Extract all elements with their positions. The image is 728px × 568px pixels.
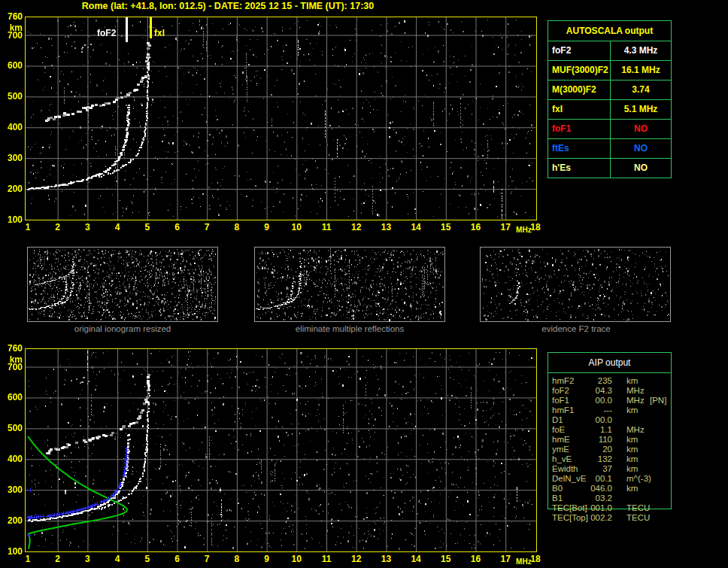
aip-value: 235 [572, 376, 612, 386]
aip-value: 37 [572, 464, 612, 474]
panel-caption-original: original ionogram resized [27, 324, 218, 333]
param-value: NO [611, 120, 671, 138]
autoscala-row-foF2: foF24.3 MHz [548, 41, 671, 61]
x-tick-label: 6 [166, 222, 189, 232]
x-tick-label: 5 [136, 554, 159, 564]
aip-row-Ewidth: Ewidth37km [548, 464, 720, 474]
y-tick-label: 700 [2, 363, 23, 372]
aip-unit: MHz [626, 386, 645, 396]
x-tick-label: 4 [106, 554, 129, 564]
x-tick-label: 11 [315, 222, 338, 232]
aip-param: foF1 [552, 396, 569, 405]
y-tick-label: 760 [2, 344, 23, 354]
x-tick-label: 3 [76, 554, 99, 564]
x-axis-unit: MHz [516, 226, 532, 234]
aip-param: foE [552, 425, 565, 435]
aip-unit: km [626, 435, 638, 445]
aip-value: 04.3 [572, 386, 612, 396]
fxi-marker-label: fxI [154, 28, 165, 38]
aip-value: 00.0 [572, 415, 612, 425]
aip-param: ymE [552, 445, 569, 454]
x-tick-label: 10 [285, 554, 308, 564]
y-tick-label: 400 [2, 454, 23, 464]
aip-row-foF2: foF204.3MHz [548, 386, 720, 396]
y-tick-label: 700 [2, 31, 23, 41]
param-label: MUF(3000)F2 [548, 61, 611, 80]
x-tick-label: 16 [465, 222, 487, 232]
autoscala-row-fxI: fxI5.1 MHz [548, 100, 671, 120]
x-tick-label: 5 [136, 222, 159, 232]
aip-value: 110 [572, 435, 612, 445]
autoscala-output-table: AUTOSCALA output foF24.3 MHzMUF(3000)F21… [548, 20, 672, 178]
aip-row-hmF1: hmF1---km [548, 405, 720, 415]
aip-output-rows: hmF2235kmfoF204.3MHzfoF100.0MHz[PN]hmF1-… [548, 376, 720, 523]
aip-value: 1.1 [572, 425, 612, 435]
aip-row-D1: D100.0 [548, 415, 720, 425]
aip-value: 046.0 [572, 484, 612, 494]
param-label: foF1 [548, 120, 611, 138]
x-tick-label: 1 [17, 554, 39, 564]
param-value: NO [611, 139, 671, 158]
fof2-marker-label: foF2 [97, 28, 116, 38]
aip-value: 03.2 [572, 494, 612, 503]
x-tick-label: 9 [256, 222, 278, 232]
autoscala-row-hEs: h'EsNO [548, 159, 671, 178]
x-tick-label: 10 [285, 222, 308, 232]
panel-caption-eliminate: eliminate multiple reflections [254, 324, 445, 333]
aip-unit: km [626, 445, 638, 454]
aip-param: h_vE [552, 454, 572, 464]
aip-value: 00.1 [572, 474, 612, 484]
autoscaled-ionogram-plot [25, 17, 537, 220]
aip-param: foF2 [552, 386, 569, 396]
aip-param: B1 [552, 494, 563, 503]
autoscala-row-foF1: foF1NO [548, 120, 671, 139]
param-label: ftEs [548, 139, 611, 158]
aip-row-foE: foE1.1MHz [548, 425, 720, 435]
param-value: 4.3 MHz [611, 41, 671, 60]
aip-unit: km [626, 464, 638, 474]
x-tick-label: 2 [47, 554, 69, 564]
x-tick-label: 4 [106, 222, 129, 232]
eliminate-reflections-panel [254, 247, 445, 322]
x-tick-label: 1 [17, 222, 39, 232]
x-tick-label: 15 [435, 222, 457, 232]
x-tick-label: 14 [405, 222, 427, 232]
x-tick-label: 17 [494, 554, 517, 564]
aip-row-B1: B103.2 [548, 494, 720, 503]
aip-row-TECBot: TEC[Bot]001.0TECU [548, 503, 720, 513]
aip-row-hmE: hmE110km [548, 435, 720, 445]
param-value: NO [611, 159, 671, 178]
x-tick-label: 6 [166, 554, 189, 564]
x-tick-label: 12 [345, 222, 368, 232]
autoscala-window: Rome (lat: +41.8, lon: 012.5) - DATE: 20… [0, 0, 728, 568]
original-ionogram-panel [27, 247, 218, 322]
param-value: 3.74 [611, 80, 671, 99]
aip-row-foF1: foF100.0MHz[PN] [548, 396, 720, 405]
x-tick-label: 16 [465, 554, 487, 564]
aip-row-hmF2: hmF2235km [548, 376, 720, 386]
x-tick-label: 2 [47, 222, 69, 232]
aip-value: 20 [572, 445, 612, 454]
x-tick-label: 13 [375, 554, 397, 564]
aip-unit: TECU [626, 513, 650, 523]
autoscala-row-M3000F2: M(3000)F23.74 [548, 80, 671, 100]
aip-row-DelNvE: DelN_vE00.1m^(-3) [548, 474, 720, 484]
aip-profile-ionogram-plot [25, 348, 537, 552]
aip-row-hvE: h_vE132km [548, 454, 720, 464]
y-tick-label: 600 [2, 393, 23, 402]
y-tick-label: 500 [2, 92, 23, 102]
aip-value: 002.2 [572, 513, 612, 523]
autoscala-row-MUF3000F2: MUF(3000)F216.1 MHz [548, 61, 671, 80]
param-value: 16.1 MHz [611, 61, 671, 80]
y-tick-label: 600 [2, 61, 23, 71]
x-tick-label: 17 [494, 222, 517, 232]
y-tick-label: 200 [2, 184, 23, 194]
x-tick-label: 7 [196, 554, 218, 564]
param-label: M(3000)F2 [548, 80, 611, 99]
param-label: foF2 [548, 41, 611, 60]
aip-unit: km [626, 376, 638, 386]
station-title: Rome (lat: +41.8, lon: 012.5) - DATE: 20… [25, 1, 431, 11]
aip-row-B0: B0046.0km [548, 484, 720, 494]
param-label: fxI [548, 100, 611, 119]
x-tick-label: 7 [196, 222, 218, 232]
